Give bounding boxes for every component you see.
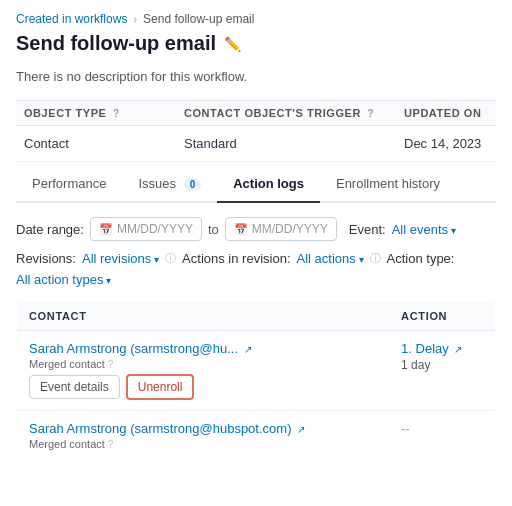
- merged-help-icon-1[interactable]: ?: [108, 359, 114, 370]
- date-to-label: to: [208, 222, 219, 237]
- actions-in-revision-label: Actions in revision:: [182, 251, 290, 266]
- tab-performance[interactable]: Performance: [16, 166, 122, 203]
- date-from-input[interactable]: 📅 MM/DD/YYYY: [90, 217, 202, 241]
- action-cell-1: 1. Delay ↗ 1 day: [389, 331, 495, 411]
- revision-filter-row: Revisions: All revisions ⓘ Actions in re…: [16, 251, 496, 287]
- actions-help-icon[interactable]: ⓘ: [370, 251, 381, 266]
- tabs-bar: Performance Issues 0 Action logs Enrollm…: [16, 166, 496, 203]
- table-row: Sarah Armstrong (sarmstrong@hu... ↗ Merg…: [17, 331, 496, 411]
- action-sub-1: 1 day: [401, 358, 483, 372]
- event-details-button-1[interactable]: Event details: [29, 375, 120, 399]
- date-from-value: MM/DD/YYYY: [117, 222, 193, 236]
- revisions-help-icon[interactable]: ⓘ: [165, 251, 176, 266]
- contact-link-2[interactable]: Sarah Armstrong (sarmstrong@hubspot.com)…: [29, 421, 305, 436]
- external-link-icon-2: ↗: [297, 424, 305, 435]
- contact-cell-2: Sarah Armstrong (sarmstrong@hubspot.com)…: [17, 411, 390, 461]
- breadcrumb-parent-link[interactable]: Created in workflows: [16, 12, 127, 26]
- contact-trigger-help-icon[interactable]: ?: [368, 108, 375, 119]
- tab-action-logs[interactable]: Action logs: [217, 166, 320, 203]
- trigger-value: Standard: [176, 126, 396, 162]
- event-label: Event:: [349, 222, 386, 237]
- action-type-dropdown[interactable]: All action types: [16, 272, 111, 287]
- row-actions-1: Event details Unenroll: [29, 374, 377, 400]
- action-dash-2: --: [401, 421, 410, 436]
- revisions-label: Revisions:: [16, 251, 76, 266]
- tab-enrollment-history[interactable]: Enrollment history: [320, 166, 456, 203]
- page-title-row: Send follow-up email ✏️: [16, 32, 496, 55]
- tab-issues[interactable]: Issues 0: [122, 166, 217, 203]
- contact-link-1[interactable]: Sarah Armstrong (sarmstrong@hu... ↗: [29, 341, 252, 356]
- table-row: Sarah Armstrong (sarmstrong@hubspot.com)…: [17, 411, 496, 461]
- col-contact-header: Contact: [17, 302, 390, 331]
- info-table-row: Contact Standard Dec 14, 2023: [16, 126, 496, 162]
- actions-dropdown[interactable]: All actions: [297, 251, 364, 266]
- date-filter-row: Date range: 📅 MM/DD/YYYY to 📅 MM/DD/YYYY…: [16, 217, 496, 241]
- breadcrumb-separator: ›: [133, 13, 137, 25]
- object-type-value: Contact: [16, 126, 176, 162]
- unenroll-button-1[interactable]: Unenroll: [126, 374, 195, 400]
- action-logs-table: Contact Action Sarah Armstrong (sarmstro…: [16, 301, 496, 461]
- action-cell-2: --: [389, 411, 495, 461]
- updated-on-value: Dec 14, 2023: [396, 126, 496, 162]
- contact-cell-1: Sarah Armstrong (sarmstrong@hu... ↗ Merg…: [17, 331, 390, 411]
- edit-icon[interactable]: ✏️: [224, 36, 241, 52]
- external-link-icon-1: ↗: [244, 344, 252, 355]
- col-header-object-type: Object Type ?: [16, 101, 176, 126]
- revisions-dropdown[interactable]: All revisions: [82, 251, 159, 266]
- action-type-label: Action type:: [387, 251, 455, 266]
- action-external-icon-1: ↗: [454, 344, 462, 355]
- merged-label-2: Merged contact ?: [29, 438, 377, 450]
- col-header-updated: Updated On: [396, 101, 496, 126]
- breadcrumb: Created in workflows › Send follow-up em…: [16, 12, 496, 26]
- col-header-trigger: Contact Object's Trigger ?: [176, 101, 396, 126]
- breadcrumb-current: Send follow-up email: [143, 12, 254, 26]
- page-title: Send follow-up email: [16, 32, 216, 55]
- col-action-header: Action: [389, 302, 495, 331]
- calendar-to-icon: 📅: [234, 223, 248, 236]
- action-link-1[interactable]: 1. Delay ↗: [401, 341, 462, 356]
- date-to-value: MM/DD/YYYY: [252, 222, 328, 236]
- object-type-help-icon[interactable]: ?: [113, 108, 120, 119]
- calendar-from-icon: 📅: [99, 223, 113, 236]
- date-range-label: Date range:: [16, 222, 84, 237]
- workflow-description: There is no description for this workflo…: [16, 69, 496, 84]
- event-dropdown[interactable]: All events: [392, 222, 456, 237]
- date-to-input[interactable]: 📅 MM/DD/YYYY: [225, 217, 337, 241]
- merged-label-1: Merged contact ?: [29, 358, 377, 370]
- issues-badge: 0: [184, 178, 202, 191]
- info-table: Object Type ? Contact Object's Trigger ?…: [16, 100, 496, 162]
- merged-help-icon-2[interactable]: ?: [108, 439, 114, 450]
